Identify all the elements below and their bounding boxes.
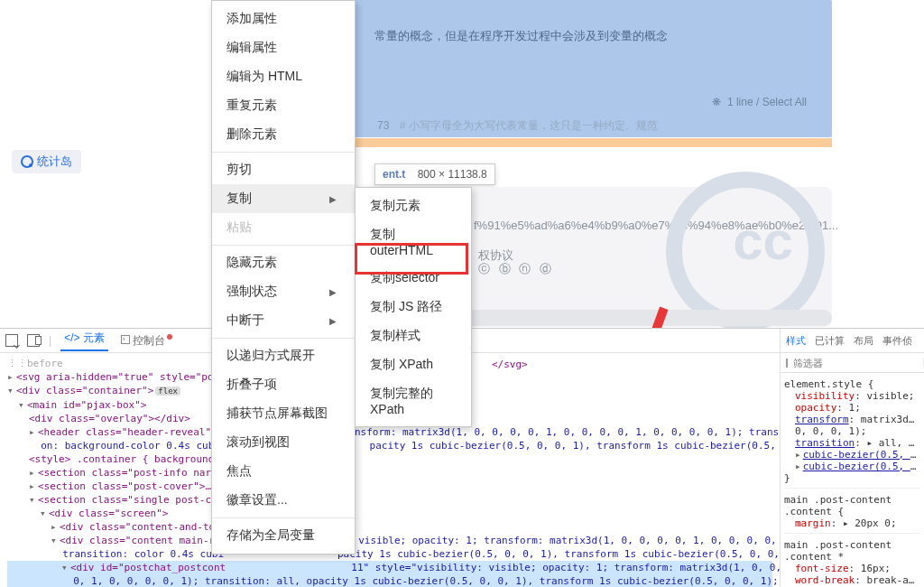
element-size: 800 × 11138.8 xyxy=(418,168,487,181)
cc-license-icons: ⓒ ⓑ ⓝ ⓓ xyxy=(478,261,554,277)
dom-node[interactable]: ▸<section class="post-info narrow" xyxy=(7,466,772,480)
menu-copy[interactable]: 复制▶ xyxy=(212,184,355,213)
filter-icon[interactable] xyxy=(786,359,788,368)
submenu-copy-js-path[interactable]: 复制 JS 路径 xyxy=(356,293,471,321)
star-icon: ❋ xyxy=(712,96,721,108)
menu-collapse-children[interactable]: 折叠子项 xyxy=(212,370,355,399)
submenu-arrow-icon: ▶ xyxy=(329,287,337,297)
menu-store-as-global[interactable]: 存储为全局变量 xyxy=(212,521,355,550)
dom-node[interactable]: ▸<header class="header-reveal" datble; o… xyxy=(7,425,772,439)
devtools-styles-pane: 样式 已计算 布局 事件侦 :hov .cls element.style { … xyxy=(780,329,924,587)
context-menu: 添加属性 编辑属性 编辑为 HTML 重复元素 删除元素 剪切 复制▶ 粘贴 隐… xyxy=(211,0,356,554)
device-toggle-icon[interactable] xyxy=(27,334,40,347)
css-selector[interactable]: main .post-content .content * xyxy=(784,539,920,563)
separator: / xyxy=(756,96,759,108)
error-badge xyxy=(167,334,172,340)
comment-text: 小写字母全为大写代表常量，这只是一种约定、规范 xyxy=(409,119,658,132)
tab-events[interactable]: 事件侦 xyxy=(882,334,912,348)
tab-computed[interactable]: 已计算 xyxy=(815,334,845,348)
tab-styles[interactable]: 样式 xyxy=(786,334,806,348)
menu-cut[interactable]: 剪切 xyxy=(212,155,355,184)
line-number: 73 xyxy=(377,119,389,132)
menu-capture-node-screenshot[interactable]: 捕获节点屏幕截图 xyxy=(212,399,355,428)
menu-force-state[interactable]: 强制状态▶ xyxy=(212,277,355,306)
menu-separator xyxy=(212,338,355,339)
menu-expand-recursively[interactable]: 以递归方式展开 xyxy=(212,341,355,370)
menu-focus[interactable]: 焦点 xyxy=(212,457,355,486)
hash: # xyxy=(400,119,406,132)
menu-duplicate-element[interactable]: 重复元素 xyxy=(212,91,355,120)
menu-delete-element[interactable]: 删除元素 xyxy=(212,120,355,149)
tab-elements[interactable]: </> 元素 xyxy=(60,331,108,351)
copy-submenu: 复制元素 复制 outerHTML 复制selector 复制 JS 路径 复制… xyxy=(355,187,472,427)
dom-node[interactable]: ▾<div class="screen"> xyxy=(7,507,772,520)
menu-edit-attribute[interactable]: 编辑属性 xyxy=(212,33,355,62)
dom-node[interactable]: <style> .container { background-c xyxy=(7,452,772,466)
css-selector[interactable]: main .post-content .content { xyxy=(784,494,920,517)
submenu-copy-full-xpath[interactable]: 复制完整的 XPath xyxy=(356,379,471,423)
element-tag: ent.t xyxy=(383,168,405,181)
select-all-button[interactable]: Select All xyxy=(762,96,807,108)
menu-separator xyxy=(212,152,355,153)
code-line: 73 # 小写字母全为大写代表常量，这只是一种约定、规范 xyxy=(377,118,658,134)
submenu-copy-xpath[interactable]: 复制 XPath xyxy=(356,350,471,379)
menu-add-attribute[interactable]: 添加属性 xyxy=(212,5,355,33)
submenu-copy-selector[interactable]: 复制selector xyxy=(356,264,471,293)
dom-node[interactable]: ▸<section class="post-cover">…</s xyxy=(7,480,772,493)
menu-badge-settings[interactable]: 徽章设置... xyxy=(212,486,355,515)
submenu-copy-styles[interactable]: 复制样式 xyxy=(356,321,471,350)
line-count: 1 line xyxy=(727,96,753,108)
inspect-icon[interactable] xyxy=(5,334,18,347)
dom-node-selected[interactable]: ▾<div id="postchat_postcont 11" style="v… xyxy=(7,561,772,574)
cc-watermark xyxy=(680,163,825,307)
menu-hide-element[interactable]: 隐藏元素 xyxy=(212,248,355,277)
menu-scroll-into-view[interactable]: 滚动到视图 xyxy=(212,428,355,457)
styles-tabs: 样式 已计算 布局 事件侦 xyxy=(781,329,924,353)
submenu-copy-outerhtml[interactable]: 复制 outerHTML xyxy=(356,220,471,264)
tab-console[interactable]: › 控制台 xyxy=(117,333,176,349)
dom-node[interactable]: ▾<div class="content main-re ty: visible… xyxy=(7,534,772,547)
submenu-arrow-icon: ▶ xyxy=(329,316,337,326)
css-selector[interactable]: element.style { xyxy=(784,378,920,390)
tongji-badge[interactable]: 统计岛 xyxy=(12,150,81,173)
tab-layout[interactable]: 布局 xyxy=(854,334,873,348)
submenu-copy-element[interactable]: 复制元素 xyxy=(356,191,471,220)
menu-separator xyxy=(212,517,355,518)
element-dimension-tooltip: ent.t 800 × 11138.8 xyxy=(374,163,495,185)
styles-filter-bar: :hov .cls xyxy=(781,353,924,373)
content-text: 常量的概念，但是在程序开发过程中会涉及到变量的概念 xyxy=(374,28,668,44)
submenu-arrow-icon: ▶ xyxy=(329,194,337,204)
menu-separator xyxy=(212,245,355,246)
css-rules[interactable]: element.style { visibility: visible; opa… xyxy=(781,373,924,587)
code-toolbar: ❋ 1 line / Select All xyxy=(712,96,807,108)
tongji-label: 统计岛 xyxy=(37,154,72,170)
dom-node[interactable]: ▾<section class="single post-cont xyxy=(7,493,772,507)
dom-node[interactable]: ▸<div class="content-and-toc">… xyxy=(7,520,772,534)
filter-input[interactable] xyxy=(793,358,918,368)
menu-paste: 粘贴 xyxy=(212,213,355,242)
stats-icon xyxy=(21,155,33,168)
menu-break-on[interactable]: 中断于▶ xyxy=(212,306,355,335)
menu-edit-as-html[interactable]: 编辑为 HTML xyxy=(212,62,355,91)
